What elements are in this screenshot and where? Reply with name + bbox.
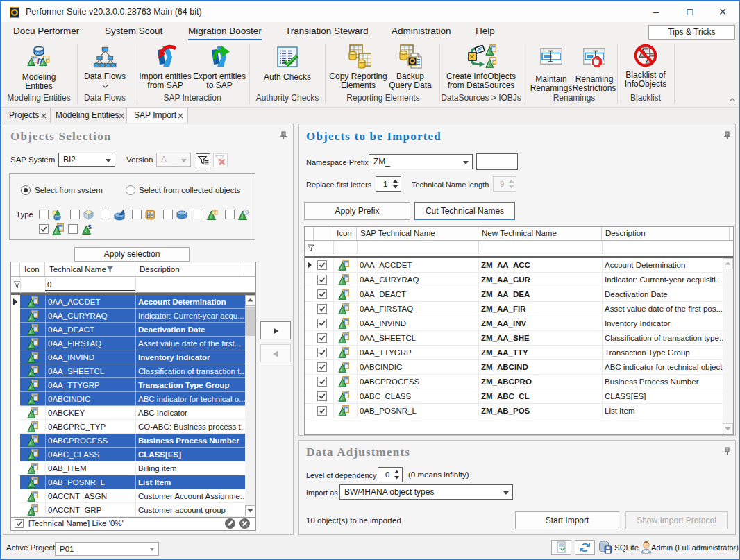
svg-text:$: $ [88, 223, 92, 230]
svg-text:fx: fx [37, 56, 43, 64]
